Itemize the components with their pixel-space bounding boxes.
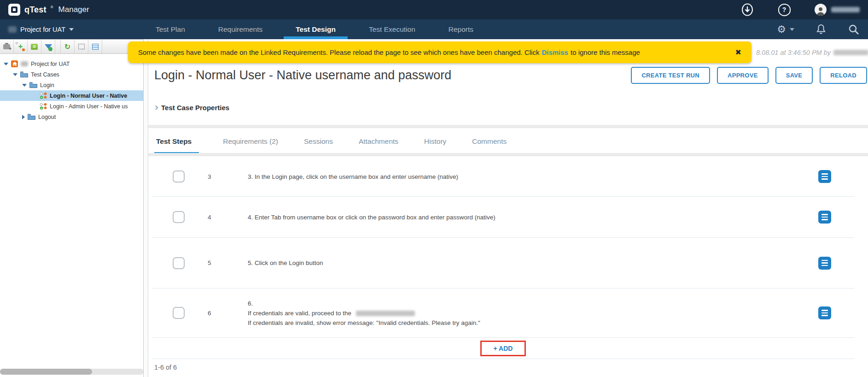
expand-arrow-icon[interactable] bbox=[13, 73, 17, 76]
approve-button[interactable]: APPROVE bbox=[717, 67, 769, 84]
settings-menu[interactable]: ⚙ bbox=[777, 24, 794, 35]
nav-tab-test-plan[interactable]: Test Plan bbox=[152, 19, 189, 39]
step-checkbox[interactable] bbox=[173, 307, 185, 319]
nav-tab-test-design[interactable]: Test Design bbox=[292, 19, 339, 39]
step-checkbox[interactable] bbox=[173, 257, 185, 269]
qtest-brand: qTest® Manager bbox=[8, 4, 89, 16]
toolbar-separator bbox=[55, 40, 61, 53]
step-number: 3 bbox=[185, 173, 236, 180]
app-grid-icon[interactable] bbox=[704, 3, 717, 16]
horizontal-scrollbar-thumb[interactable] bbox=[0, 369, 92, 375]
download-icon[interactable] bbox=[741, 3, 754, 16]
tree-item-login-folder[interactable]: Login bbox=[0, 80, 148, 90]
nav-tab-reports[interactable]: Reports bbox=[445, 19, 477, 39]
tab-history[interactable]: History bbox=[422, 134, 448, 154]
home-icon bbox=[11, 60, 18, 67]
test-case-properties-toggle[interactable]: Test Case Properties bbox=[154, 104, 229, 112]
chevron-down-icon bbox=[790, 28, 794, 31]
qtest-manager-app: qTest® Manager ? Project for UA bbox=[0, 0, 868, 377]
tab-test-steps[interactable]: Test Steps bbox=[154, 134, 199, 154]
expand-arrow-icon[interactable] bbox=[4, 63, 8, 65]
nav-tab-requirements[interactable]: Requirements bbox=[215, 19, 267, 39]
topbar: qTest® Manager ? bbox=[0, 0, 868, 19]
import-export-icon[interactable] bbox=[75, 40, 88, 53]
search-icon[interactable] bbox=[848, 24, 860, 35]
tree-item-test-cases[interactable]: Test Cases bbox=[0, 69, 148, 80]
gear-icon: ⚙ bbox=[777, 24, 786, 35]
tree-item-login-admin-user[interactable]: Login - Admin User - Native us bbox=[0, 101, 148, 112]
close-icon[interactable]: ✖ bbox=[735, 48, 741, 57]
test-step-row: 3 3. In the Login page, click on the use… bbox=[152, 157, 854, 197]
avatar-icon bbox=[815, 4, 827, 16]
testcase-icon bbox=[40, 103, 47, 110]
tab-sessions[interactable]: Sessions bbox=[302, 134, 335, 154]
step-description[interactable]: 3. In the Login page, click on the usern… bbox=[236, 172, 818, 182]
step-description[interactable]: 6. If credentials are valid, proceed to … bbox=[236, 299, 818, 328]
add-folder-icon[interactable] bbox=[0, 40, 14, 53]
test-case-title: Login - Normal User - Native username an… bbox=[154, 68, 451, 82]
step-number: 5 bbox=[185, 259, 236, 266]
help-icon[interactable]: ? bbox=[778, 3, 791, 16]
tree-item-label: Project for UAT bbox=[31, 61, 70, 67]
step-menu-button[interactable] bbox=[818, 170, 831, 183]
topbar-right: ? bbox=[704, 3, 860, 16]
nav-tab-test-execution[interactable]: Test Execution bbox=[365, 19, 419, 39]
tree-toolbar: + ♻ ↻ bbox=[0, 39, 148, 54]
step-line-2: If credentials are valid, proceed to the bbox=[248, 308, 818, 318]
step-description[interactable]: 4. Enter Tab from username box or click … bbox=[236, 212, 818, 222]
data-grid-icon[interactable] bbox=[88, 40, 102, 53]
product-name: Manager bbox=[58, 5, 89, 14]
tree-item-label: Login bbox=[40, 82, 54, 88]
step-checkbox[interactable] bbox=[173, 171, 185, 183]
tree-item-label: Logout bbox=[38, 114, 56, 120]
add-testcase-icon[interactable]: + bbox=[14, 40, 28, 53]
action-buttons: CREATE TEST RUN APPROVE SAVE RELOAD bbox=[631, 67, 867, 84]
filter-icon[interactable] bbox=[41, 40, 55, 53]
folder-icon bbox=[28, 114, 35, 120]
test-case-detail-panel: Login - Normal User - Native username an… bbox=[148, 39, 868, 377]
section-divider bbox=[148, 125, 868, 128]
step-description[interactable]: 5. Click on the Login button bbox=[236, 258, 818, 268]
recycle-bin-icon[interactable]: ♻ bbox=[28, 40, 41, 53]
banner-message-post: to ignore this message bbox=[571, 48, 640, 56]
tree-item-label: Login - Admin User - Native us bbox=[50, 103, 128, 110]
tab-attachments[interactable]: Attachments bbox=[357, 134, 400, 154]
tree-item-label: Login - Normal User - Native bbox=[50, 93, 127, 99]
brand-registered-mark: ® bbox=[51, 5, 53, 9]
test-step-row: 6 6. If credentials are valid, proceed t… bbox=[152, 289, 854, 338]
banner-message: Some changes have been made on the Linke… bbox=[138, 48, 539, 56]
tree-item-project[interactable]: Project for UAT bbox=[0, 59, 148, 69]
save-button[interactable]: SAVE bbox=[775, 67, 813, 84]
create-test-run-button[interactable]: CREATE TEST RUN bbox=[631, 67, 710, 84]
tab-requirements[interactable]: Requirements (2) bbox=[221, 134, 280, 154]
pagination-label: 1-6 of 6 bbox=[154, 364, 868, 371]
properties-label: Test Case Properties bbox=[161, 104, 229, 112]
expand-arrow-icon[interactable] bbox=[22, 84, 27, 87]
qtest-logo-icon bbox=[8, 4, 20, 16]
chevron-down-icon bbox=[69, 28, 74, 31]
step-checkbox[interactable] bbox=[173, 211, 185, 223]
tree-item-label: Test Cases bbox=[31, 71, 59, 78]
collapse-arrow-icon[interactable] bbox=[22, 115, 25, 119]
dismiss-link[interactable]: Dismiss bbox=[542, 48, 568, 56]
brand-name: qTest bbox=[24, 5, 47, 15]
tab-comments[interactable]: Comments bbox=[470, 134, 508, 154]
step-menu-button[interactable] bbox=[818, 306, 831, 319]
test-step-row: 5 5. Click on the Login button bbox=[152, 238, 854, 289]
project-selector[interactable]: Project for UAT bbox=[8, 26, 74, 33]
user-menu[interactable] bbox=[815, 4, 860, 16]
add-step-button[interactable]: + ADD bbox=[480, 341, 526, 356]
step-menu-button[interactable] bbox=[818, 211, 831, 224]
object-tree-sidebar: + ♻ ↻ Project for UAT Test Cases bbox=[0, 39, 148, 377]
folder-icon bbox=[20, 71, 28, 77]
test-case-tree: Project for UAT Test Cases Login Login -… bbox=[0, 54, 148, 122]
tree-item-login-normal-user[interactable]: Login - Normal User - Native bbox=[0, 90, 148, 101]
refresh-icon[interactable]: ↻ bbox=[61, 40, 75, 53]
tree-item-logout-folder[interactable]: Logout bbox=[0, 112, 148, 122]
step-menu-button[interactable] bbox=[818, 257, 831, 270]
reload-button[interactable]: RELOAD bbox=[820, 67, 867, 84]
notifications-bell-icon[interactable] bbox=[816, 24, 827, 35]
test-steps-table: 3 3. In the Login page, click on the use… bbox=[148, 157, 868, 371]
step-line-1: 6. bbox=[248, 299, 818, 308]
folder-icon bbox=[29, 82, 37, 88]
